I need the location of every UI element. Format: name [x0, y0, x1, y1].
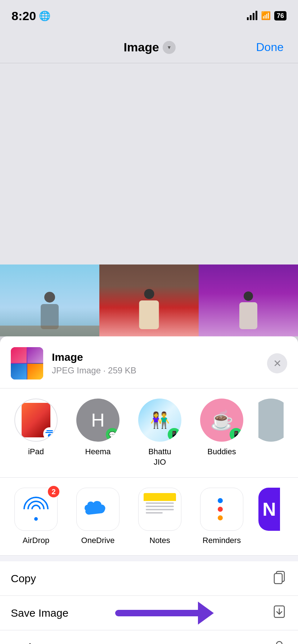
app-item-partial[interactable]: N: [258, 488, 280, 536]
file-preview-icon: [11, 347, 43, 380]
wifi-icon: 📶: [261, 11, 271, 20]
person-name-heema: Heema: [85, 447, 111, 457]
reminders-app-icon: [200, 488, 243, 531]
airdrop-badge: [43, 427, 56, 440]
signal-bar-3: [253, 13, 254, 20]
notes-header: [144, 493, 176, 501]
signal-bar-1: [247, 17, 249, 20]
file-info: Image JPEG Image · 259 KB: [52, 351, 258, 376]
signal-bars: [247, 12, 257, 20]
person-name-bhattu: BhattuJIO: [148, 447, 171, 467]
onedrive-app-icon: [76, 488, 119, 531]
file-meta: JPEG Image · 259 KB: [52, 365, 258, 376]
status-time: 8:20: [12, 9, 36, 23]
share-header: Image JPEG Image · 259 KB ✕: [0, 336, 298, 388]
battery-indicator: 76: [274, 11, 286, 20]
person-item-heema[interactable]: H 💬 Heema: [73, 399, 123, 457]
assign-contact-label: Assign to Contact: [11, 641, 95, 644]
person-item-partial[interactable]: [258, 399, 284, 447]
person-avatar-heema: H 💬: [76, 399, 119, 442]
airdrop-waves: [22, 495, 50, 524]
file-name: Image: [52, 351, 258, 363]
share-sheet: Image JPEG Image · 259 KB ✕: [0, 336, 298, 644]
action-list: Copy Save Image: [0, 561, 298, 644]
app-name-onedrive: OneDrive: [81, 536, 115, 545]
page-title: Image: [124, 40, 159, 54]
app-name-notes: Notes: [149, 536, 170, 545]
app-item-reminders[interactable]: Reminders: [197, 488, 247, 545]
save-icon: [271, 604, 287, 622]
photo-strip: [0, 264, 298, 336]
photo-thumb-2[interactable]: [99, 264, 199, 336]
signal-bar-2: [250, 15, 252, 20]
person-avatar-bhattu: 👫 📱: [138, 399, 181, 442]
main-image-area: [0, 63, 298, 264]
person-item-ipad[interactable]: iPad: [11, 399, 61, 457]
person-avatar-buddies: ☕ 📱: [200, 399, 243, 442]
photo-thumb-3[interactable]: [199, 264, 298, 336]
person-name-ipad: iPad: [28, 447, 44, 457]
app-item-airdrop[interactable]: 2 AirDrop: [11, 488, 61, 545]
svg-point-3: [276, 641, 282, 644]
person-item-buddies[interactable]: ☕ 📱 Buddies: [197, 399, 247, 457]
person-name-buddies: Buddies: [207, 447, 236, 457]
done-button[interactable]: Done: [256, 41, 284, 54]
nav-title-container: Image ▾: [124, 40, 176, 54]
save-image-action[interactable]: Save Image: [0, 596, 298, 630]
messages-badge: 💬: [106, 428, 119, 441]
app-item-onedrive[interactable]: OneDrive: [73, 488, 123, 545]
status-bar: 8:20 🌐 📶 76: [0, 0, 298, 32]
person-item-bhattu[interactable]: 👫 📱 BhattuJIO: [135, 399, 185, 467]
assign-contact-action[interactable]: Assign to Contact: [0, 630, 298, 644]
photo-thumb-1[interactable]: [0, 264, 99, 336]
cup-icon: ☕: [210, 409, 234, 431]
notes-lines: [144, 501, 176, 525]
nav-bar: Image ▾ Done: [0, 32, 298, 63]
close-button[interactable]: ✕: [267, 353, 287, 373]
contact-icon: [271, 639, 287, 644]
svg-rect-1: [274, 574, 282, 584]
app-name-airdrop: AirDrop: [23, 536, 50, 545]
signal-bar-4: [256, 11, 257, 20]
airdrop-people-row: iPad H 💬 Heema 👫 📱: [0, 388, 298, 478]
globe-icon: 🌐: [39, 10, 50, 22]
copy-icon: [271, 569, 287, 588]
heema-initial: H: [91, 409, 105, 431]
apps-row: 2 AirDrop OneDrive: [0, 478, 298, 556]
airdrop-app-icon: 2: [14, 488, 58, 531]
whatsapp-badge-buddies: 📱: [230, 428, 243, 441]
whatsapp-badge-bhattu: 📱: [168, 428, 181, 441]
save-image-label: Save Image: [11, 607, 68, 619]
copy-action[interactable]: Copy: [0, 561, 298, 596]
person-avatar-partial: [258, 399, 284, 442]
notes-app-icon: [138, 488, 181, 531]
onedrive-cloud-svg: [83, 500, 112, 519]
app-name-reminders: Reminders: [203, 536, 241, 545]
copy-label: Copy: [11, 572, 36, 585]
app-item-notes[interactable]: Notes: [135, 488, 185, 545]
airdrop-notification-badge: 2: [47, 485, 60, 498]
title-chevron-icon[interactable]: ▾: [163, 41, 176, 54]
person-avatar-ipad: [14, 399, 58, 442]
status-icons: 📶 76: [247, 11, 286, 20]
